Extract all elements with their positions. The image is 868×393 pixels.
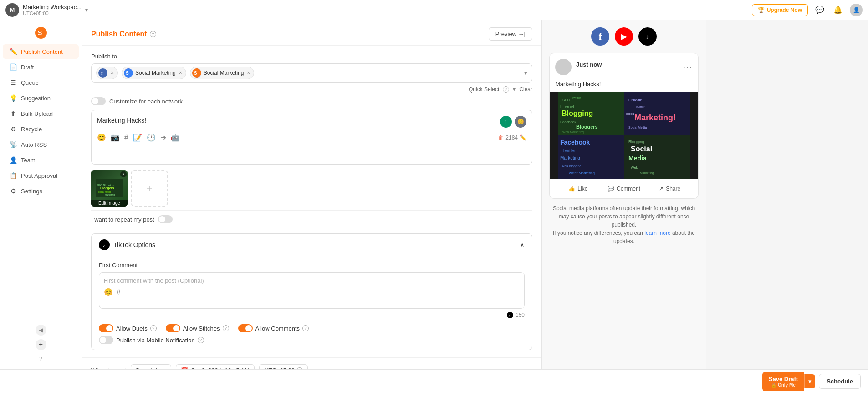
ai-button-1[interactable]: ↑ <box>500 116 512 128</box>
emoji-tool-icon[interactable]: 😊 <box>97 133 106 142</box>
sidebar-item-auto-rss[interactable]: 📡 Auto RSS <box>3 137 79 152</box>
image-tool-icon[interactable]: 📷 <box>111 133 120 142</box>
schedule-button[interactable]: Schedule <box>819 374 861 389</box>
upgrade-icon: 🏆 <box>758 7 765 13</box>
save-draft-dropdown-button[interactable]: ▾ <box>804 374 815 388</box>
sidebar-item-queue[interactable]: ☰ Queue <box>3 75 79 90</box>
sidebar-collapse-button[interactable]: ◀ <box>36 325 46 336</box>
publish-title: Publish Content ? <box>91 30 156 38</box>
svg-text:S: S <box>126 71 129 76</box>
like-icon: 👍 <box>568 186 575 192</box>
content-box[interactable]: ↑ 😊 Marketing Hacks! 😊 📷 # 📝 🕐 ➜ 🤖 🗑 <box>91 110 532 165</box>
repeat-toggle[interactable] <box>158 215 173 223</box>
draft-sub-text: Only Me <box>778 383 796 388</box>
allow-duets-toggle[interactable] <box>99 324 113 332</box>
sidebar-item-settings-label: Settings <box>21 188 42 195</box>
preview-learn-more-link[interactable]: learn more <box>644 230 670 236</box>
sidebar-item-post-approval[interactable]: 📋 Post Approval <box>3 168 79 183</box>
tiktok-tab-icon: ♪ <box>646 33 649 40</box>
facebook-chip-close-icon[interactable]: × <box>111 70 114 76</box>
preview-button[interactable]: Preview →| <box>489 27 532 41</box>
messages-icon[interactable]: 💬 <box>813 4 826 16</box>
preview-like-action[interactable]: 👍 Like <box>555 184 601 194</box>
save-draft-button[interactable]: Save Draft 🔒 Only Me <box>762 372 804 391</box>
quick-select-label: Quick Select <box>469 86 499 93</box>
allow-duets-help-icon[interactable]: ? <box>150 325 157 331</box>
sidebar-item-queue-label: Queue <box>21 79 39 86</box>
sidebar-item-settings[interactable]: ⚙ Settings <box>3 184 79 198</box>
content-text[interactable]: Marketing Hacks! <box>97 116 526 125</box>
allow-comments-toggle[interactable] <box>238 324 253 332</box>
sidebar-item-bulk-upload[interactable]: ⬆ Bulk Upload <box>3 106 79 121</box>
tiktok-collapse-icon[interactable]: ∧ <box>520 242 525 248</box>
clear-button[interactable]: Clear <box>519 86 532 93</box>
image-remove-icon[interactable]: × <box>120 171 127 177</box>
workspace-dropdown-icon[interactable]: ▾ <box>85 7 88 13</box>
preview-more-icon[interactable]: ··· <box>683 62 693 72</box>
user-avatar[interactable]: 👤 <box>850 4 863 16</box>
add-image-button[interactable]: + <box>131 170 168 207</box>
comment-emoji-icon[interactable]: 😊 <box>104 288 113 296</box>
tiktok-options-row: Allow Duets ? Allow Stitches ? Allow Com… <box>99 324 525 332</box>
help-button[interactable]: ? <box>0 352 82 366</box>
upgrade-label: Upgrade Now <box>767 7 802 13</box>
first-comment-box[interactable]: First comment with the post (Optional) 😊… <box>99 272 525 309</box>
sidebar-item-rss-label: Auto RSS <box>21 141 47 148</box>
svg-text:♪: ♪ <box>508 314 510 318</box>
preview-social-tabs: f ▶ ♪ <box>549 27 699 46</box>
date-picker-button[interactable]: 📅 Oct 2, 2024, 10:45 AM <box>176 364 255 369</box>
sidebar-item-recycle[interactable]: ♻ Recycle <box>3 122 79 136</box>
publish-title-help-icon[interactable]: ? <box>150 31 156 37</box>
quick-select-help-icon[interactable]: ? <box>503 86 509 93</box>
social-marketing-1-chip[interactable]: S Social Marketing × <box>122 67 186 79</box>
allow-stitches-help-icon[interactable]: ? <box>223 325 229 331</box>
svg-text:Blogging: Blogging <box>562 109 593 117</box>
sidebar-item-draft[interactable]: 📄 Draft <box>3 60 79 74</box>
social-marketing-2-close-icon[interactable]: × <box>247 70 250 76</box>
suggestion-icon: 💡 <box>9 94 17 102</box>
comment-hashtag-icon[interactable]: # <box>117 288 121 296</box>
note-tool-icon[interactable]: 📝 <box>133 133 142 142</box>
svg-text:Marketing: Marketing <box>640 171 654 175</box>
schedule-select[interactable]: Schedule ▾ <box>131 364 171 369</box>
facebook-chip[interactable]: f × <box>96 67 118 79</box>
image-thumbnail[interactable]: SEO Blogging Bloggers Social Media Marke… <box>91 170 128 207</box>
customize-toggle[interactable] <box>91 97 106 105</box>
tiktok-options-header[interactable]: ♪ TikTok Options ∧ <box>92 234 532 256</box>
social-marketing-1-avatar: S <box>124 68 133 78</box>
allow-stitches-toggle[interactable] <box>166 324 180 332</box>
preview-share-action[interactable]: ↗ Share <box>647 184 693 194</box>
quick-select-dropdown-icon[interactable]: ▾ <box>513 86 516 93</box>
ai-icons: ↑ 😊 <box>500 116 526 128</box>
preview-tab-tiktok[interactable]: ♪ <box>638 27 657 46</box>
allow-comments-help-icon[interactable]: ? <box>302 325 309 331</box>
robot-tool-icon[interactable]: 🤖 <box>171 133 180 142</box>
notifications-icon[interactable]: 🔔 <box>832 4 844 16</box>
upgrade-now-button[interactable]: 🏆 Upgrade Now <box>752 4 808 16</box>
preview-tab-facebook[interactable]: f <box>591 27 609 46</box>
hashtag-tool-icon[interactable]: # <box>124 134 128 142</box>
timezone-button[interactable]: UTC+05:00 ? <box>259 364 308 369</box>
social-marketing-1-close-icon[interactable]: × <box>179 70 182 76</box>
schedule-tool-icon[interactable]: 🕐 <box>147 133 156 142</box>
mobile-notification-help-icon[interactable]: ? <box>198 337 204 343</box>
arrow-tool-icon[interactable]: ➜ <box>160 133 166 142</box>
svg-text:Twitter: Twitter <box>635 105 645 109</box>
queue-icon: ☰ <box>9 79 17 86</box>
publish-title-text: Publish Content <box>91 30 147 38</box>
workspace-info: Marketing Workspac... UTC+05:00 <box>23 4 82 16</box>
sidebar-item-suggestion[interactable]: 💡 Suggestion <box>3 91 79 105</box>
social-marketing-2-chip[interactable]: S Social Marketing × <box>190 67 255 79</box>
ai-button-2[interactable]: 😊 <box>515 116 526 128</box>
tiktok-logo: ♪ <box>99 239 110 250</box>
workspace-selector[interactable]: M Marketing Workspac... UTC+05:00 ▾ <box>5 3 88 17</box>
add-account-button[interactable]: + <box>36 339 46 350</box>
preview-comment-action[interactable]: 💬 Comment <box>601 184 647 194</box>
edit-icon[interactable]: ✏️ <box>520 134 526 141</box>
publish-to-row[interactable]: f × S Social Marketing × <box>91 63 532 83</box>
sidebar-item-publish-content[interactable]: ✏️ Publish Content <box>3 44 79 59</box>
sidebar-item-team[interactable]: 👤 Team <box>3 153 79 167</box>
preview-tab-youtube[interactable]: ▶ <box>615 27 633 46</box>
mobile-notification-toggle[interactable] <box>99 336 113 344</box>
publish-to-expand-icon[interactable]: ▾ <box>524 70 527 77</box>
